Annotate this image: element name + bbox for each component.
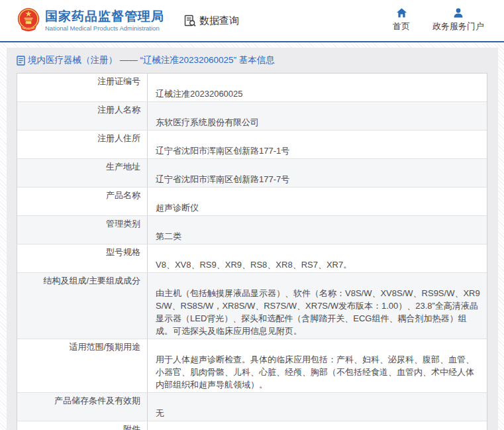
row-label: 附件	[17, 421, 148, 430]
row-value-text: 由主机（包括触摸屏液晶显示器）、软件（名称：V8S/W、XV8S/W、RS9S/…	[156, 288, 480, 336]
home-icon	[396, 8, 407, 18]
row-label: 型号规格	[17, 244, 148, 272]
row-value: 由主机（包括触摸屏液晶显示器）、软件（名称：V8S/W、XV8S/W、RS9S/…	[148, 273, 487, 339]
table-row: 生产地址 辽宁省沈阳市浑南区创新路177-7号	[17, 158, 487, 187]
row-label-text: 产品储存条件及有效期	[54, 394, 140, 407]
table-row: 注册证编号 辽械注准20232060025	[17, 74, 487, 101]
nav-portal-label: 政务服务门户	[432, 21, 484, 32]
page: 国家药品监督管理局 National Medical Products Admi…	[0, 0, 504, 430]
row-value-text: 东软医疗系统股份有限公司	[156, 117, 259, 127]
site-header: 国家药品监督管理局 National Medical Products Admi…	[0, 0, 504, 41]
row-value-text: 用于人体超声诊断检查。具体的临床应用包括：产科、妇科、泌尿科、腹部、血管、小器官…	[156, 354, 474, 390]
row-value-text: 第二类	[156, 231, 181, 241]
row-label-text: 型号规格	[106, 246, 140, 258]
row-label: 结构及组成/主要组成成分	[17, 273, 148, 339]
row-value: 东软医疗系统股份有限公司	[148, 102, 487, 130]
table-row: 管理类别 第二类	[17, 215, 487, 244]
document-search-icon	[184, 15, 197, 27]
row-label: 产品名称	[17, 188, 148, 215]
table-row: 结构及组成/主要组成成分 由主机（包括触摸屏液晶显示器）、软件（名称：V8S/W…	[17, 272, 487, 339]
breadcrumb-text: 境内医疗器械（注册） —— “辽械注准20232060025” 基本信息	[28, 54, 275, 66]
nav-home-label: 首页	[393, 21, 410, 32]
user-icon	[453, 8, 464, 18]
row-label: 产品储存条件及有效期	[17, 393, 148, 421]
row-label-text: 生产地址	[106, 160, 140, 173]
row-value: 第二类	[148, 216, 487, 244]
row-value: 超声诊断仪	[148, 188, 487, 215]
document-icon	[17, 56, 25, 66]
row-label-text: 产品名称	[106, 189, 140, 201]
row-label: 注册人名称	[17, 102, 148, 130]
agency-brand: 国家药品监督管理局 National Medical Products Admi…	[17, 7, 164, 34]
row-label-text: 注册证编号	[97, 75, 140, 87]
row-value-text: 超声诊断仪	[156, 203, 199, 213]
row-value-text: V8、XV8、RS9、XR9、RS8、XR8、RS7、XR7。	[156, 260, 352, 270]
agency-name-cn: 国家药品监督管理局	[45, 9, 164, 24]
table-row: 适用范围/预期用途 用于人体超声诊断检查。具体的临床应用包括：产科、妇科、泌尿科…	[17, 339, 487, 392]
content-background: 境内医疗器械（注册） —— “辽械注准20232060025” 基本信息 注册证…	[0, 42, 504, 430]
table-row: 产品名称 超声诊断仪	[17, 187, 487, 215]
table-row: 注册人住所 辽宁省沈阳市浑南区创新路177-1号	[17, 130, 487, 158]
row-value: 辽械注准20232060025	[148, 74, 487, 101]
row-label: 生产地址	[17, 159, 148, 187]
row-label-text: 适用范围/预期用途	[69, 341, 140, 353]
table-row: 产品储存条件及有效期 无	[17, 392, 487, 421]
table-row: 型号规格 V8、XV8、RS9、XR9、RS8、XR8、RS7、XR7。	[17, 244, 487, 272]
row-label-text: 结构及组成/主要组成成分	[43, 274, 140, 287]
data-query-nav[interactable]: 数据查询	[184, 15, 239, 27]
row-label: 注册证编号	[17, 74, 148, 101]
row-value: 辽宁省沈阳市浑南区创新路177-7号	[148, 159, 487, 187]
row-value: 用于人体超声诊断检查。具体的临床应用包括：产科、妇科、泌尿科、腹部、血管、小器官…	[148, 339, 487, 392]
national-emblem-icon	[17, 7, 40, 34]
row-label: 管理类别	[17, 216, 148, 244]
row-value: V8、XV8、RS9、XR9、RS8、XR8、RS7、XR7。	[148, 244, 487, 272]
row-value-text: 辽宁省沈阳市浑南区创新路177-7号	[156, 174, 289, 184]
row-value-text: 无	[156, 408, 164, 418]
row-label-text: 管理类别	[106, 217, 140, 230]
agency-title: 国家药品监督管理局 National Medical Products Admi…	[45, 9, 164, 32]
breadcrumb: 境内医疗器械（注册） —— “辽械注准20232060025” 基本信息	[7, 48, 498, 72]
content-panel: 境内医疗器械（注册） —— “辽械注准20232060025” 基本信息 注册证…	[7, 48, 498, 430]
data-query-label: 数据查询	[199, 15, 239, 27]
row-value: 辽宁省沈阳市浑南区创新路177-1号	[148, 131, 487, 158]
table-row: 附件 产品技术要求	[17, 421, 487, 430]
agency-name-en: National Medical Products Administration	[45, 25, 164, 32]
nav-portal[interactable]: 政务服务门户	[432, 8, 484, 32]
header-nav: 首页 政务服务门户	[370, 8, 484, 32]
info-table: 注册证编号 辽械注准20232060025 注册人名称 东软医疗系统股份有限公司…	[17, 73, 487, 430]
row-label-text: 附件	[123, 423, 140, 430]
row-value: 无	[148, 393, 487, 421]
row-label: 适用范围/预期用途	[17, 339, 148, 392]
row-label-text: 注册人住所	[97, 132, 140, 144]
row-value-text: 辽械注准20232060025	[156, 89, 243, 99]
row-label: 注册人住所	[17, 131, 148, 158]
row-value: 产品技术要求	[148, 421, 487, 430]
row-label-text: 注册人名称	[97, 103, 140, 116]
table-row: 注册人名称 东软医疗系统股份有限公司	[17, 101, 487, 130]
row-value-text: 辽宁省沈阳市浑南区创新路177-1号	[156, 146, 289, 156]
nav-home[interactable]: 首页	[393, 8, 410, 32]
